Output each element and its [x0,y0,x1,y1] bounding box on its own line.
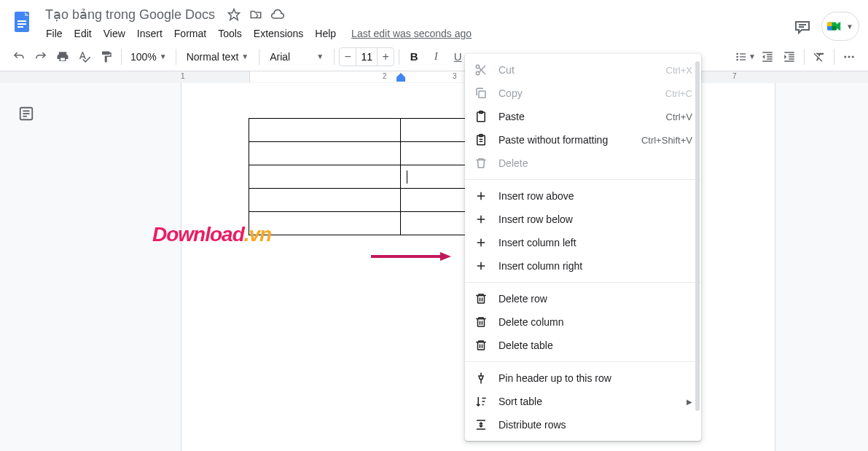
menu-tools[interactable]: Tools [213,25,247,42]
svg-rect-2 [17,23,26,25]
ctx-insert-row-above[interactable]: Insert row above [465,184,701,208]
menu-bar: File Edit View Insert Format Tools Exten… [41,25,794,42]
ctx-delete-table[interactable]: Delete table [465,334,701,357]
bold-button[interactable]: B [404,47,424,67]
more-button[interactable] [839,47,859,67]
menu-extensions[interactable]: Extensions [249,25,308,42]
separator [834,49,834,65]
ctx-cut: CutCtrl+X [465,58,701,82]
add-icon [474,259,488,273]
chevron-down-icon: ▼ [846,23,853,31]
svg-point-18 [848,55,851,58]
docs-logo[interactable] [9,9,35,35]
menu-insert[interactable]: Insert [132,25,168,42]
ctx-item-label: Insert column left [498,237,692,248]
ruler-tick: 2 [383,72,387,80]
svg-rect-52 [478,342,485,350]
ctx-item-label: Paste without formatting [498,134,641,146]
toolbar-right: ▼ [735,47,859,67]
app-header: Tạo bảng trong Google Docs File Edit Vie… [0,0,868,42]
table-cell[interactable] [249,142,401,165]
ctx-delete-column[interactable]: Delete column [465,310,701,334]
separator [465,361,701,362]
separator [465,179,701,180]
spellcheck-button[interactable] [74,47,95,67]
ctx-item-label: Paste [498,111,666,122]
print-button[interactable] [52,47,73,67]
font-size-decrease[interactable]: − [340,48,356,66]
ctx-copy: CopyCtrl+C [465,82,701,105]
watermark: Download.vn [152,223,271,246]
clear-formatting-button[interactable] [809,47,829,67]
paragraph-style-select[interactable]: Normal text▼ [181,47,254,67]
ctx-sort-table[interactable]: Sort table▶ [465,390,701,413]
italic-button[interactable]: I [426,47,446,67]
star-icon[interactable] [227,7,241,22]
ruler[interactable]: 1 2 3 7 [0,71,868,83]
meet-button[interactable]: ▼ [821,12,859,41]
undo-button[interactable] [9,47,29,67]
ctx-insert-row-below[interactable]: Insert row below [465,208,701,231]
cut-icon [474,63,488,77]
header-actions: ▼ [794,6,859,41]
ctx-item-label: Delete [498,157,692,169]
add-icon [474,212,488,227]
comments-button[interactable] [794,17,811,35]
svg-point-13 [736,58,738,60]
menu-help[interactable]: Help [310,25,341,42]
bulleted-list-button[interactable]: ▼ [735,47,756,67]
ctx-distribute-rows[interactable]: Distribute rows [465,413,701,436]
svg-rect-46 [478,296,485,304]
ctx-insert-column-right[interactable]: Insert column right [465,254,701,278]
ctx-item-label: Delete table [498,340,692,351]
ruler-tick: 7 [732,72,737,80]
font-size-increase[interactable]: + [378,48,394,66]
ctx-shortcut: Ctrl+C [665,88,692,99]
table-cell[interactable] [249,189,401,212]
paste-nofmt-icon [474,133,488,147]
menu-file[interactable]: File [41,25,68,42]
svg-rect-31 [479,91,485,98]
separator [334,49,335,65]
indent-increase-button[interactable] [779,47,799,67]
title-row: Tạo bảng trong Google Docs [41,6,794,23]
editor-area: Download.vn [0,83,868,451]
table-cell[interactable] [249,212,401,235]
document-title[interactable]: Tạo bảng trong Google Docs [41,5,219,24]
header-content: Tạo bảng trong Google Docs File Edit Vie… [41,6,794,42]
font-select[interactable]: Arial▼ [264,47,329,67]
separator [176,49,176,65]
outline-toggle[interactable] [16,103,36,124]
zoom-select[interactable]: 100%▼ [126,47,171,67]
separator [259,49,259,65]
svg-marker-4 [229,9,240,20]
cloud-saved-icon[interactable] [270,7,285,22]
add-icon [474,189,488,203]
font-size-input[interactable] [356,48,378,66]
ctx-paste[interactable]: PasteCtrl+V [465,105,701,128]
indent-decrease-button[interactable] [757,47,778,67]
menu-view[interactable]: View [98,25,130,42]
indent-marker-icon[interactable] [396,71,405,83]
move-icon[interactable] [249,7,263,22]
menu-edit[interactable]: Edit [69,25,97,42]
trash-icon [474,291,488,306]
copy-icon [474,86,488,101]
sort-icon [474,394,488,409]
last-edit-link[interactable]: Last edit was seconds ago [351,28,472,39]
separator [121,49,122,65]
paint-format-button[interactable] [96,47,117,67]
table-cell[interactable] [249,119,401,142]
svg-rect-16 [740,59,746,60]
scrollbar[interactable] [695,61,700,411]
ctx-insert-column-left[interactable]: Insert column left [465,231,701,254]
table-cell[interactable] [249,165,401,189]
svg-point-19 [852,55,854,58]
ctx-item-label: Copy [498,87,665,99]
svg-rect-10 [832,26,837,30]
ctx-delete-row[interactable]: Delete row [465,287,701,310]
redo-button[interactable] [31,47,51,67]
menu-format[interactable]: Format [169,25,211,42]
ctx-paste-without-formatting[interactable]: Paste without formattingCtrl+Shift+V [465,128,701,152]
ctx-pin-header-up-to-this-row[interactable]: Pin header up to this row [465,366,701,390]
